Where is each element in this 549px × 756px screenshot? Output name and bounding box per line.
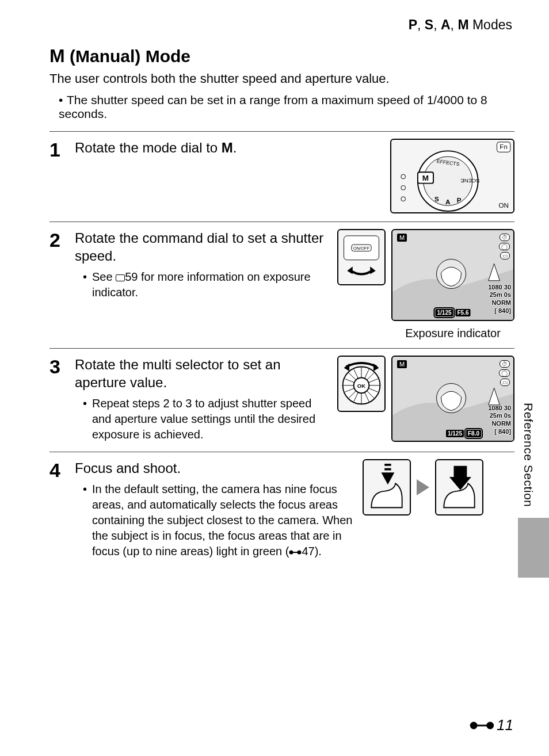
intro-text: The user controls both the shutter speed… bbox=[49, 70, 514, 87]
command-dial-figure: ON/OFF bbox=[337, 229, 386, 285]
lcd-right-stack: 1080 30 25m 0s NORM [ 840] bbox=[488, 404, 511, 436]
lcd-mode-badge: M bbox=[397, 360, 407, 368]
step-title: Focus and shoot. bbox=[75, 459, 356, 477]
mode-a: A bbox=[441, 17, 451, 32]
shutter-value: 1/125 bbox=[446, 430, 464, 437]
multi-selector-figure: OK bbox=[337, 356, 386, 412]
lcd-status-icons: ⏱◯▭ bbox=[499, 234, 510, 259]
step-number: 3 bbox=[49, 356, 75, 444]
svg-point-10 bbox=[401, 174, 406, 179]
svg-text:M: M bbox=[422, 173, 429, 182]
on-label: ON bbox=[498, 201, 508, 209]
step-title: Rotate the mode dial to M. bbox=[75, 139, 383, 156]
svg-point-12 bbox=[401, 197, 406, 201]
step-number: 2 bbox=[49, 229, 75, 340]
step-3: 3 Rotate the multi selector to set an ap… bbox=[49, 349, 514, 452]
full-press-figure bbox=[435, 459, 483, 516]
svg-point-42 bbox=[487, 721, 494, 729]
svg-marker-30 bbox=[344, 363, 350, 371]
lcd-status-icons: ⏱◯▭ bbox=[499, 360, 510, 386]
step-4: 4 Focus and shoot. • In the default sett… bbox=[49, 452, 514, 568]
arrow-right-icon bbox=[417, 479, 429, 495]
step-1: 1 Rotate the mode dial to M. Fn ON M EFF… bbox=[49, 132, 514, 222]
lcd-right-stack: 1080 30 25m 0s NORM [ 840] bbox=[488, 284, 511, 315]
figure-caption: Exposure indicator bbox=[391, 327, 514, 340]
svg-text:A: A bbox=[445, 198, 451, 205]
svg-marker-16 bbox=[347, 266, 353, 274]
svg-text:OK: OK bbox=[357, 382, 365, 388]
svg-point-33 bbox=[289, 551, 293, 555]
side-tab: Reference Section bbox=[517, 403, 549, 581]
fn-label: Fn bbox=[500, 143, 508, 150]
step-bullet: • Repeat steps 2 to 3 to adjust shutter … bbox=[83, 396, 330, 442]
svg-point-40 bbox=[470, 721, 478, 729]
step-number: 4 bbox=[49, 459, 75, 560]
svg-marker-38 bbox=[381, 472, 394, 484]
mode-p: P bbox=[409, 17, 417, 32]
page-number: 11 bbox=[470, 716, 513, 734]
step-2: 2 Rotate the command dial to set a shutt… bbox=[49, 222, 514, 348]
svg-text:P: P bbox=[457, 196, 462, 203]
mode-s: S bbox=[425, 17, 433, 32]
aperture-value: F8.0 bbox=[466, 430, 481, 437]
manual-ref-icon bbox=[116, 274, 125, 281]
heading-glyph: M bbox=[49, 45, 65, 66]
step-title: Rotate the multi selector to set an aper… bbox=[75, 356, 330, 391]
svg-marker-31 bbox=[373, 363, 379, 371]
half-press-figure bbox=[363, 459, 411, 516]
side-tab-bar bbox=[518, 518, 549, 578]
svg-rect-34 bbox=[293, 552, 298, 553]
svg-text:S: S bbox=[434, 194, 439, 202]
svg-point-11 bbox=[401, 185, 406, 190]
step-number: 1 bbox=[49, 139, 75, 213]
breadcrumb: P, S, A, M Modes bbox=[49, 17, 514, 33]
lcd-figure: M ⏱◯▭ 1080 30 25m 0s NORM [ 840] bbox=[391, 229, 514, 321]
intro-bullet: •The shutter speed can be set in a range… bbox=[59, 93, 514, 121]
lcd-mode-badge: M bbox=[397, 234, 407, 242]
step-title: Rotate the command dial to set a shutter… bbox=[75, 229, 330, 265]
mode-dial-figure: Fn ON M EFFECTS SCENE S A P bbox=[390, 139, 514, 213]
side-tab-label: Reference Section bbox=[521, 403, 535, 507]
shutter-value: 1/125 bbox=[435, 309, 453, 316]
svg-point-35 bbox=[298, 551, 302, 555]
svg-text:SCENE: SCENE bbox=[460, 178, 480, 184]
page-title: M (Manual) Mode bbox=[49, 45, 514, 67]
step-bullet: • See 59 for more information on exposur… bbox=[83, 269, 330, 300]
step-bullet: • In the default setting, the camera has… bbox=[83, 482, 356, 559]
svg-text:ON/OFF: ON/OFF bbox=[353, 245, 370, 250]
lcd-figure: M ⏱◯▭ 1080 30 25m 0s NORM [ 840] bbox=[391, 356, 514, 442]
mode-m: M bbox=[458, 17, 468, 32]
aperture-value: F5.6 bbox=[456, 309, 471, 316]
svg-marker-17 bbox=[370, 266, 376, 274]
svg-rect-41 bbox=[477, 724, 487, 726]
